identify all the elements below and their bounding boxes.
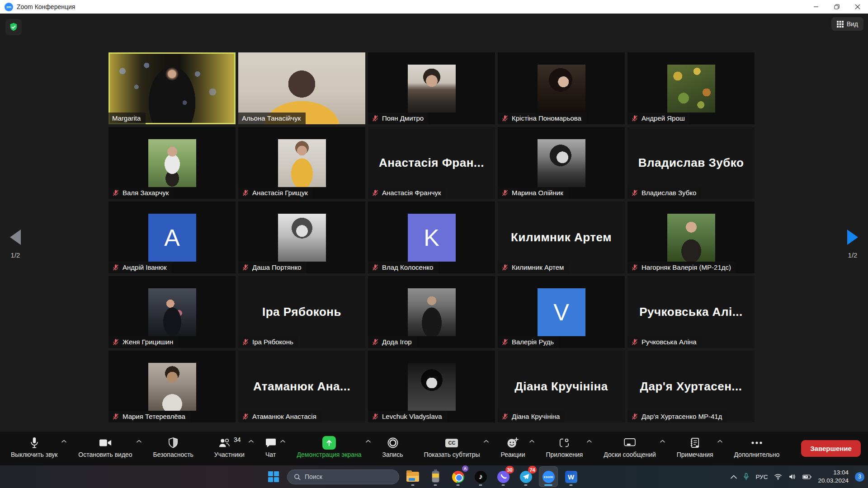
toolbar-share-button[interactable]: Демонстрация экрана <box>293 432 369 465</box>
chevron-up-icon[interactable] <box>249 440 254 443</box>
window-title: Zoom Конференция <box>17 3 75 10</box>
participant-tile[interactable]: Атаманюк Ана...Атаманюк Анастасія <box>238 351 365 422</box>
participant-tile[interactable]: Альона Танасійчук <box>238 52 365 124</box>
taskbar-search[interactable]: Поиск <box>287 469 399 484</box>
participant-tile[interactable]: Іра РябоконьІра Рябоконь <box>238 276 365 348</box>
participant-tile[interactable]: Марина Олійник <box>498 127 625 199</box>
chevron-up-icon[interactable] <box>484 440 489 443</box>
participant-tile[interactable]: Поян Дмитро <box>368 52 495 124</box>
next-page-control[interactable]: 1/2 <box>839 230 866 259</box>
notification-count-badge[interactable]: 3 <box>855 472 864 482</box>
participant-tile[interactable]: Нагорняк Валерія (МР-21дс) <box>627 202 755 273</box>
participant-tile[interactable]: Дар'я Хуртасен...Дар'я Хуртасенко МР-41д <box>627 351 755 422</box>
participant-tile[interactable]: Levchuk Vladyslava <box>368 351 495 422</box>
participant-name-bar: Валерія Рудь <box>498 336 559 348</box>
arrow-left-icon[interactable] <box>10 230 21 245</box>
restore-button[interactable] <box>826 0 847 14</box>
participant-tile[interactable]: Валя Захарчук <box>108 127 236 199</box>
participant-tile[interactable]: Margarita <box>108 52 236 124</box>
participant-tile[interactable]: Андрей Ярош <box>627 52 755 124</box>
taskbar-app-viber[interactable]: 30 <box>494 467 512 487</box>
close-button[interactable] <box>847 0 868 14</box>
participant-tile[interactable]: Килимник АртемКилимник Артем <box>498 202 625 273</box>
participant-tile[interactable]: Анастасія Грищук <box>238 127 365 199</box>
participant-tile[interactable]: Женя Грицишин <box>108 276 236 348</box>
chevron-up-icon[interactable] <box>660 440 665 443</box>
taskbar-app-telegram[interactable]: 74 <box>517 467 535 487</box>
toolbar-notes-button[interactable]: Примечания <box>673 432 721 465</box>
participant-name-bar: Атаманюк Анастасія <box>238 411 321 422</box>
taskbar-app-battery-app[interactable] <box>426 467 444 487</box>
toolbar-people-button[interactable]: 34Участники <box>211 432 252 465</box>
meeting-toolbar: Выключить звукОстановить видеоБезопаснос… <box>0 432 868 465</box>
mic-muted-icon <box>501 189 509 197</box>
tray-microphone-icon[interactable] <box>743 473 749 481</box>
letter-avatar: V <box>538 288 585 336</box>
chrome-icon <box>452 471 464 483</box>
battery-icon[interactable] <box>802 474 811 480</box>
participant-tile[interactable]: Владислав ЗубкоВладислав Зубко <box>627 127 755 199</box>
taskbar-app-chrome[interactable]: A <box>449 467 467 487</box>
participant-name: Андрей Ярош <box>642 114 685 122</box>
taskbar-app-word[interactable]: W <box>562 467 580 487</box>
toolbar-record-button[interactable]: Запись <box>379 432 410 465</box>
participant-tile[interactable]: Мария Тетеревлёва <box>108 351 236 422</box>
participant-name: Анастасія Франчук <box>382 189 441 197</box>
toolbar-reactions-button[interactable]: Реакции <box>497 432 532 465</box>
view-button[interactable]: Вид <box>831 17 863 31</box>
view-button-label: Вид <box>847 20 858 28</box>
participant-tile[interactable]: Крістіна Пономарьова <box>498 52 625 124</box>
system-tray: РУС 13:04 20.03.2024 3 <box>731 465 864 488</box>
chevron-up-icon[interactable] <box>366 440 371 443</box>
wifi-icon[interactable] <box>774 474 782 480</box>
participant-tile[interactable]: Ручковська Алі...Ручковська Аліна <box>627 276 755 348</box>
taskbar-app-tiktok[interactable]: ♪ <box>472 467 490 487</box>
participant-name-bar: Дода Ігор <box>368 336 417 348</box>
taskbar-app-zoom[interactable]: zoom <box>539 467 557 487</box>
participant-name: Анастасія Грищук <box>252 189 308 197</box>
toolbar-mic-button[interactable]: Выключить звук <box>7 432 65 465</box>
participant-name: Крістіна Пономарьова <box>512 114 581 122</box>
start-button[interactable] <box>264 467 283 487</box>
chevron-up-icon[interactable] <box>529 440 534 443</box>
toolbar-more-button[interactable]: Дополнительно <box>730 432 787 465</box>
participant-tile[interactable]: KВлад Колосенко <box>368 202 495 273</box>
participant-tile[interactable]: Діана КручінінаДіана Кручініна <box>498 351 625 422</box>
toolbar-shield-button[interactable]: Безопасность <box>150 432 201 465</box>
whiteboard-icon <box>623 436 636 450</box>
chevron-up-icon[interactable] <box>717 440 722 443</box>
security-shield-button[interactable] <box>5 19 22 35</box>
toolbar-apps-button[interactable]: Приложения <box>542 432 590 465</box>
minimize-button[interactable] <box>806 0 826 14</box>
previous-page-control[interactable]: 1/2 <box>2 230 29 259</box>
grid-view-icon <box>837 21 844 28</box>
participant-tile[interactable]: Даша Портянко <box>238 202 365 273</box>
taskbar-app-explorer[interactable] <box>404 467 422 487</box>
chevron-up-icon[interactable] <box>587 440 592 443</box>
participant-photo <box>538 139 585 187</box>
language-indicator[interactable]: РУС <box>755 474 768 480</box>
participant-tile[interactable]: Анастасія Фран...Анастасія Франчук <box>368 127 495 199</box>
participant-photo <box>538 65 585 113</box>
taskbar-clock[interactable]: 13:04 20.03.2024 <box>818 469 849 485</box>
chevron-up-icon[interactable] <box>280 440 285 443</box>
toolbar-whiteboard-button[interactable]: Доски сообщений <box>600 432 663 465</box>
participant-tile[interactable]: AАндрій Іванюк <box>108 202 236 273</box>
mic-muted-icon <box>372 413 379 420</box>
end-meeting-button[interactable]: Завершение <box>801 440 861 457</box>
mic-muted-icon <box>112 264 119 271</box>
toolbar-chat-button[interactable]: Чат <box>262 432 283 465</box>
chevron-up-icon[interactable] <box>137 440 142 443</box>
participant-name-bar: Женя Грицишин <box>108 336 178 348</box>
participant-tile[interactable]: VВалерія Рудь <box>498 276 625 348</box>
windows-taskbar: Поиск A♪3074zoomW РУС 13:04 20.03.2024 3 <box>0 465 868 488</box>
arrow-right-icon[interactable] <box>847 230 858 245</box>
letter-avatar: A <box>148 214 196 262</box>
toolbar-cc-button[interactable]: CCПоказать субтитры <box>420 432 487 465</box>
tray-chevron-up-icon[interactable] <box>731 475 737 479</box>
chevron-up-icon[interactable] <box>61 440 66 443</box>
toolbar-camera-button[interactable]: Остановить видео <box>75 432 139 465</box>
participant-tile[interactable]: Дода Ігор <box>368 276 495 348</box>
volume-icon[interactable] <box>788 474 796 480</box>
participant-name-bar: Іра Рябоконь <box>238 336 298 348</box>
